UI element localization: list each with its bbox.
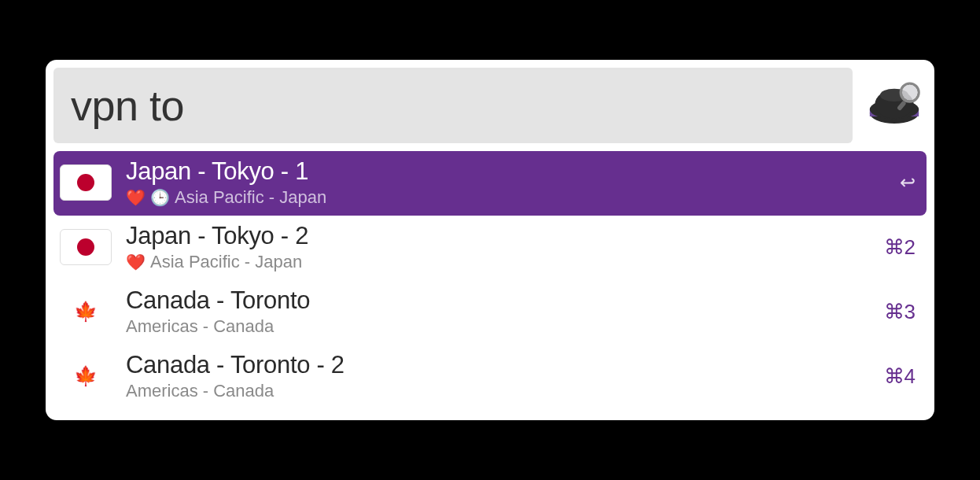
result-text: Canada - Toronto Americas - Canada bbox=[126, 286, 862, 337]
launcher-window: Japan - Tokyo - 1 ❤️ 🕒 Asia Pacific - Ja… bbox=[46, 60, 934, 420]
result-subtitle: Asia Pacific - Japan bbox=[175, 187, 326, 208]
alfred-app-icon bbox=[862, 73, 927, 138]
result-subtitle-row: Americas - Canada bbox=[126, 316, 862, 337]
flag-canada-icon: 🍁 bbox=[60, 358, 112, 394]
result-title: Canada - Toronto - 2 bbox=[126, 351, 862, 379]
results-list: Japan - Tokyo - 1 ❤️ 🕒 Asia Pacific - Ja… bbox=[53, 151, 927, 409]
result-title: Japan - Tokyo - 2 bbox=[126, 222, 862, 250]
heart-icon: ❤️ bbox=[126, 190, 146, 205]
shortcut-hint: ⌘3 bbox=[876, 300, 916, 324]
result-subtitle: Asia Pacific - Japan bbox=[150, 252, 302, 272]
svg-point-6 bbox=[902, 85, 918, 101]
result-subtitle: Americas - Canada bbox=[126, 316, 274, 337]
result-item-canada-toronto-2[interactable]: 🍁 Canada - Toronto - 2 Americas - Canada… bbox=[53, 345, 927, 409]
result-text: Canada - Toronto - 2 Americas - Canada bbox=[126, 351, 862, 401]
result-item-canada-toronto[interactable]: 🍁 Canada - Toronto Americas - Canada ⌘3 bbox=[53, 280, 927, 345]
flag-japan-icon bbox=[60, 229, 112, 265]
flag-japan-icon bbox=[60, 164, 112, 201]
heart-icon: ❤️ bbox=[126, 254, 146, 270]
shortcut-hint: ⌘4 bbox=[876, 364, 916, 389]
result-title: Canada - Toronto bbox=[126, 286, 862, 315]
clock-icon: 🕒 bbox=[150, 190, 170, 205]
result-subtitle: Americas - Canada bbox=[126, 381, 274, 401]
return-icon: ↩ bbox=[900, 172, 916, 194]
result-text: Japan - Tokyo - 1 ❤️ 🕒 Asia Pacific - Ja… bbox=[126, 157, 886, 208]
result-item-japan-tokyo-1[interactable]: Japan - Tokyo - 1 ❤️ 🕒 Asia Pacific - Ja… bbox=[53, 151, 927, 216]
search-input[interactable] bbox=[53, 68, 853, 143]
result-subtitle-row: ❤️ 🕒 Asia Pacific - Japan bbox=[126, 187, 886, 208]
result-title: Japan - Tokyo - 1 bbox=[126, 157, 886, 186]
flag-canada-icon: 🍁 bbox=[60, 294, 112, 330]
result-subtitle-row: Americas - Canada bbox=[126, 381, 862, 401]
result-subtitle-row: ❤️ Asia Pacific - Japan bbox=[126, 252, 862, 272]
result-text: Japan - Tokyo - 2 ❤️ Asia Pacific - Japa… bbox=[126, 222, 862, 272]
result-item-japan-tokyo-2[interactable]: Japan - Tokyo - 2 ❤️ Asia Pacific - Japa… bbox=[53, 216, 927, 280]
search-row bbox=[53, 68, 927, 143]
shortcut-hint: ⌘2 bbox=[876, 235, 916, 260]
